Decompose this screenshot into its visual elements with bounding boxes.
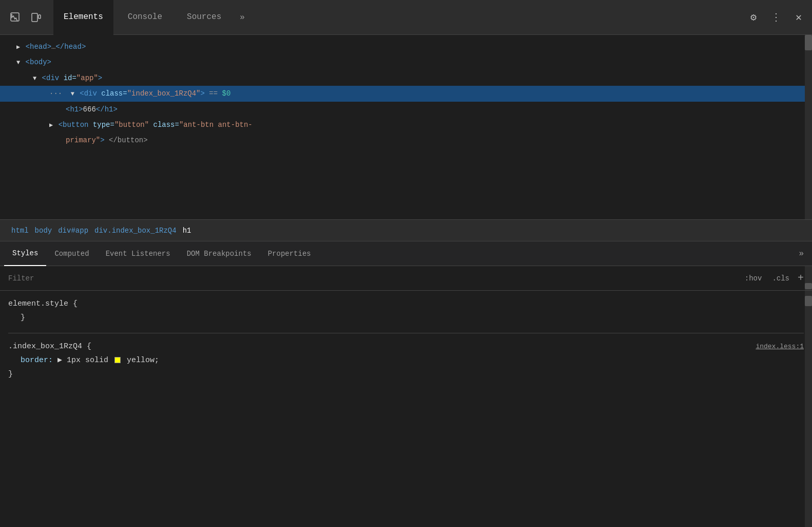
expand-arrow-head[interactable]: ▶ bbox=[16, 44, 20, 51]
dom-line-head[interactable]: ▶ <head>…</head> bbox=[0, 39, 812, 54]
styles-panel: Styles Computed Event Listeners DOM Brea… bbox=[0, 241, 812, 527]
styles-tab-bar: Styles Computed Event Listeners DOM Brea… bbox=[0, 241, 812, 266]
css-rule-index-box: .index_box_1RzQ4 { index.less:1 border: … bbox=[8, 340, 804, 381]
dom-line-button-cont[interactable]: primary"> </button> bbox=[0, 133, 812, 148]
svg-rect-2 bbox=[38, 15, 41, 18]
color-swatch-yellow[interactable] bbox=[114, 357, 121, 363]
cursor-icon-button[interactable] bbox=[6, 8, 25, 27]
more-options-icon[interactable]: ⋮ bbox=[769, 10, 783, 25]
css-rule-element-style: element.style { } bbox=[8, 297, 804, 325]
more-tabs-button[interactable]: » bbox=[236, 11, 249, 24]
expand-arrow-button[interactable]: ▶ bbox=[49, 122, 53, 129]
css-prop-border[interactable]: border: ▶ 1px solid yellow; bbox=[8, 353, 804, 367]
breadcrumb-h1[interactable]: h1 bbox=[180, 224, 195, 237]
css-content-area: element.style { } .index_box_1RzQ4 { ind… bbox=[0, 291, 812, 527]
breadcrumb-div-app[interactable]: div#app bbox=[55, 224, 91, 237]
dom-line-button[interactable]: ▶ <button type="button" class="ant-btn a… bbox=[0, 117, 812, 133]
dom-line-div-app[interactable]: ▼ <div id="app"> bbox=[0, 70, 812, 86]
add-style-button[interactable]: + bbox=[798, 272, 804, 284]
expand-arrow-app[interactable]: ▼ bbox=[33, 75, 36, 82]
dom-tree-scrollbar[interactable] bbox=[805, 35, 812, 219]
svg-rect-1 bbox=[32, 13, 37, 22]
tab-dom-breakpoints[interactable]: DOM Breakpoints bbox=[179, 241, 260, 266]
breadcrumb-body[interactable]: body bbox=[32, 224, 55, 237]
css-selector-index-box[interactable]: .index_box_1RzQ4 { bbox=[8, 340, 91, 353]
css-content-scrollbar[interactable] bbox=[805, 291, 812, 527]
expand-arrow-body[interactable]: ▼ bbox=[16, 59, 20, 66]
dom-line-h1[interactable]: <h1>666</h1> bbox=[0, 102, 812, 117]
dom-tree-scrollbar-thumb[interactable] bbox=[805, 35, 812, 50]
dom-line-selected-div[interactable]: ··· ▼ <div class="index_box_1RzQ4"> == $… bbox=[0, 86, 812, 101]
tab-styles[interactable]: Styles bbox=[4, 241, 46, 266]
css-source-link[interactable]: index.less:1 bbox=[756, 341, 804, 352]
css-rule-header: .index_box_1RzQ4 { index.less:1 bbox=[8, 340, 804, 353]
toolbar-icons bbox=[6, 8, 45, 27]
tab-properties[interactable]: Properties bbox=[260, 241, 319, 266]
close-icon[interactable]: ✕ bbox=[791, 10, 806, 25]
filter-bar-scrollbar-corner bbox=[805, 283, 812, 289]
cls-button[interactable]: .cls bbox=[770, 273, 791, 284]
tab-elements[interactable]: Elements bbox=[53, 0, 113, 35]
css-selector-element-style[interactable]: element.style { bbox=[8, 297, 804, 311]
filter-bar-scrollbar bbox=[805, 266, 812, 290]
more-style-tabs-button[interactable]: » bbox=[795, 249, 808, 258]
css-rules-divider bbox=[8, 333, 804, 333]
css-rule-close-0: } bbox=[8, 311, 804, 325]
tab-computed[interactable]: Computed bbox=[46, 241, 97, 266]
breadcrumb-div-index[interactable]: div.index_box_1RzQ4 bbox=[91, 224, 180, 237]
filter-bar: :hov .cls + bbox=[0, 266, 812, 291]
expand-arrow-selected[interactable]: ▼ bbox=[71, 90, 74, 98]
toolbar-right-actions: ⚙ ⋮ ✕ bbox=[746, 10, 806, 25]
settings-icon[interactable]: ⚙ bbox=[746, 10, 761, 25]
filter-input[interactable] bbox=[8, 274, 739, 283]
dom-tree-panel: ▶ <head>…</head> ▼ <body> ▼ <div id="app… bbox=[0, 35, 812, 220]
filter-actions: :hov .cls + bbox=[743, 272, 804, 284]
dom-line-body[interactable]: ▼ <body> bbox=[0, 54, 812, 70]
css-content-scrollbar-thumb[interactable] bbox=[805, 296, 812, 306]
hov-button[interactable]: :hov bbox=[743, 273, 764, 284]
breadcrumb-html[interactable]: html bbox=[8, 224, 32, 237]
tab-event-listeners[interactable]: Event Listeners bbox=[98, 241, 179, 266]
tab-sources[interactable]: Sources bbox=[177, 0, 231, 35]
devtools-toolbar: Elements Console Sources » ⚙ ⋮ ✕ bbox=[0, 0, 812, 35]
device-toggle-button[interactable] bbox=[27, 8, 45, 27]
css-rule-close-1: } bbox=[8, 367, 804, 381]
breadcrumb-bar: html body div#app div.index_box_1RzQ4 h1 bbox=[0, 220, 812, 241]
tab-console[interactable]: Console bbox=[118, 0, 172, 35]
